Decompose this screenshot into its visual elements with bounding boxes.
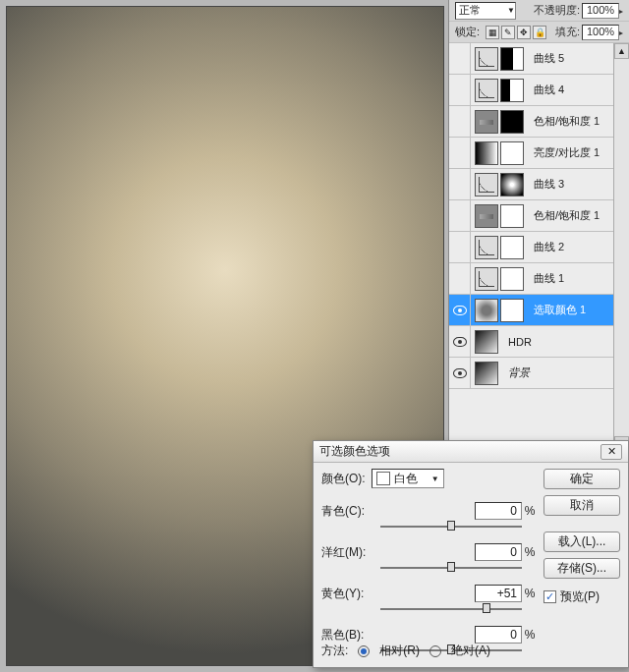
layer-thumbnails bbox=[471, 267, 528, 291]
save-button[interactable]: 存储(S)... bbox=[543, 558, 620, 579]
thumbnail[interactable] bbox=[500, 79, 524, 102]
visibility-toggle[interactable] bbox=[449, 295, 471, 325]
absolute-label: 绝对(A) bbox=[451, 643, 490, 659]
thumbnail[interactable] bbox=[475, 204, 498, 228]
visibility-toggle[interactable] bbox=[449, 358, 471, 388]
color-name: 白色 bbox=[394, 471, 418, 487]
layer-thumbnails bbox=[471, 236, 528, 259]
fill-value[interactable]: 100% bbox=[582, 25, 619, 40]
layer-thumbnails bbox=[471, 79, 528, 102]
lock-all-icon[interactable]: 🔒 bbox=[533, 26, 546, 39]
thumbnail[interactable] bbox=[475, 110, 498, 134]
param-value[interactable]: +51 bbox=[475, 585, 522, 602]
color-select[interactable]: 白色 ▼ bbox=[372, 469, 444, 488]
color-label: 颜色(O): bbox=[321, 471, 366, 487]
thumbnail[interactable] bbox=[475, 362, 498, 385]
layer-list: 曲线 5曲线 4色相/饱和度 1亮度/对比度 1曲线 3色相/饱和度 1曲线 2… bbox=[449, 43, 629, 452]
opacity-label: 不透明度: bbox=[534, 4, 580, 16]
layer-row[interactable]: HDR bbox=[449, 326, 629, 358]
percent-label: % bbox=[522, 504, 538, 518]
layer-row[interactable]: 曲线 2 bbox=[449, 232, 629, 263]
layer-thumbnails bbox=[471, 173, 528, 196]
param-label: 洋红(M): bbox=[321, 544, 380, 561]
layer-name: HDR bbox=[502, 336, 629, 348]
thumbnail[interactable] bbox=[475, 236, 498, 259]
layer-row[interactable]: 亮度/对比度 1 bbox=[449, 138, 629, 169]
param-value[interactable]: 0 bbox=[475, 626, 522, 644]
preview-label: 预览(P) bbox=[560, 588, 600, 605]
blend-mode-value: 正常 bbox=[459, 3, 481, 18]
thumbnail[interactable] bbox=[500, 141, 524, 165]
blend-mode-select[interactable]: 正常 ▼ bbox=[455, 2, 516, 20]
slider-thumb[interactable] bbox=[447, 521, 455, 531]
param-slider[interactable] bbox=[380, 604, 522, 614]
param-slider[interactable] bbox=[380, 522, 522, 532]
absolute-radio[interactable] bbox=[429, 645, 441, 657]
slider-thumb[interactable] bbox=[447, 562, 455, 572]
load-button[interactable]: 载入(L)... bbox=[543, 532, 620, 552]
thumbnail[interactable] bbox=[500, 267, 524, 291]
layers-panel: 正常 ▼ 不透明度:100%▸ 锁定: ▦✎✥🔒 填充:100%▸ 曲线 5曲线… bbox=[448, 0, 629, 452]
visibility-toggle[interactable] bbox=[449, 138, 471, 168]
dialog-titlebar[interactable]: 可选颜色选项 ✕ bbox=[314, 441, 628, 463]
visibility-toggle[interactable] bbox=[449, 43, 471, 74]
layer-thumbnails bbox=[471, 362, 502, 385]
layer-row[interactable]: 曲线 3 bbox=[449, 169, 629, 200]
thumbnail[interactable] bbox=[475, 79, 498, 102]
lock-position-icon[interactable]: ✥ bbox=[517, 26, 531, 39]
layer-thumbnails bbox=[471, 110, 528, 134]
thumbnail[interactable] bbox=[475, 267, 498, 291]
thumbnail[interactable] bbox=[475, 141, 498, 165]
thumbnail[interactable] bbox=[500, 204, 524, 228]
close-icon: ✕ bbox=[607, 445, 616, 458]
param-value[interactable]: 0 bbox=[475, 543, 522, 561]
param-slider[interactable] bbox=[380, 563, 522, 573]
layer-row[interactable]: 曲线 4 bbox=[449, 75, 629, 106]
chevron-down-icon: ▼ bbox=[431, 475, 439, 483]
layer-row[interactable]: 选取颜色 1 bbox=[449, 295, 629, 326]
thumbnail[interactable] bbox=[500, 299, 524, 322]
thumbnail[interactable] bbox=[500, 236, 524, 259]
percent-label: % bbox=[522, 587, 538, 600]
preview-checkbox[interactable]: ✓ bbox=[543, 590, 556, 603]
close-button[interactable]: ✕ bbox=[600, 444, 622, 460]
layer-name: 背景 bbox=[502, 365, 611, 380]
thumbnail[interactable] bbox=[475, 173, 498, 196]
thumbnail[interactable] bbox=[500, 110, 524, 134]
visibility-toggle[interactable] bbox=[449, 75, 471, 105]
scroll-up-icon[interactable]: ▲ bbox=[614, 43, 629, 59]
relative-radio[interactable] bbox=[358, 645, 370, 657]
layer-row[interactable]: 曲线 1 bbox=[449, 263, 629, 295]
thumbnail[interactable] bbox=[500, 47, 524, 71]
dialog-title: 可选颜色选项 bbox=[319, 443, 390, 460]
thumbnail[interactable] bbox=[475, 299, 498, 322]
layer-row[interactable]: 色相/饱和度 1 bbox=[449, 200, 629, 232]
visibility-toggle[interactable] bbox=[449, 326, 471, 357]
layer-thumbnails bbox=[471, 330, 502, 354]
visibility-toggle[interactable] bbox=[449, 200, 471, 231]
slider-thumb[interactable] bbox=[483, 603, 490, 613]
visibility-toggle[interactable] bbox=[449, 263, 471, 294]
lock-icons: ▦✎✥🔒 bbox=[484, 25, 546, 39]
layer-row[interactable]: 背景🔒 bbox=[449, 358, 629, 389]
layer-thumbnails bbox=[471, 204, 528, 228]
visibility-toggle[interactable] bbox=[449, 169, 471, 199]
thumbnail[interactable] bbox=[500, 173, 524, 196]
lock-label: 锁定: bbox=[455, 25, 480, 39]
layer-row[interactable]: 色相/饱和度 1 bbox=[449, 106, 629, 138]
eye-icon bbox=[453, 368, 467, 378]
lock-transparency-icon[interactable]: ▦ bbox=[486, 26, 499, 39]
visibility-toggle[interactable] bbox=[449, 106, 471, 137]
eye-icon bbox=[453, 337, 467, 347]
scrollbar[interactable]: ▲ ▼ bbox=[613, 43, 629, 452]
thumbnail[interactable] bbox=[475, 330, 498, 354]
cancel-button[interactable]: 取消 bbox=[543, 495, 620, 516]
opacity-value[interactable]: 100% bbox=[582, 3, 619, 19]
thumbnail[interactable] bbox=[475, 47, 498, 71]
lock-pixels-icon[interactable]: ✎ bbox=[501, 26, 515, 39]
param-value[interactable]: 0 bbox=[475, 502, 522, 520]
ok-button[interactable]: 确定 bbox=[543, 469, 620, 489]
layer-row[interactable]: 曲线 5 bbox=[449, 43, 629, 75]
visibility-toggle[interactable] bbox=[449, 232, 471, 262]
method-label: 方法: bbox=[321, 643, 348, 659]
